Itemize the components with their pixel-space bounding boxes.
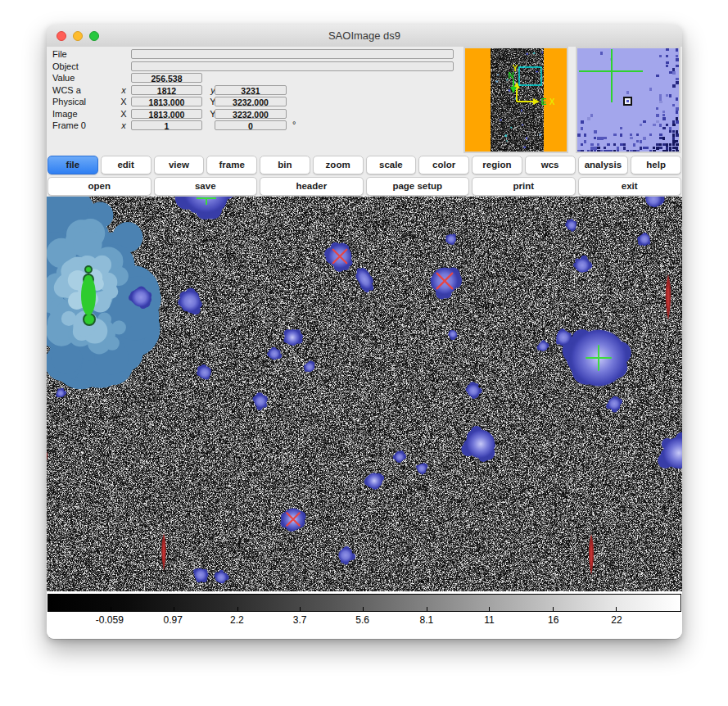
filebar-exit[interactable]: exit xyxy=(578,177,682,196)
image-y-field[interactable]: 3232.000 xyxy=(215,109,287,119)
colorbar-tick xyxy=(427,607,427,611)
menu-bin[interactable]: bin xyxy=(260,156,310,174)
wcs-x-field[interactable]: 1812 xyxy=(131,85,202,95)
colorbar-tick-label: 2.2 xyxy=(230,614,244,626)
colorbar-tick-label: 16 xyxy=(548,614,558,626)
physical-x-label: X xyxy=(119,97,129,107)
window-title: SAOImage ds9 xyxy=(47,25,682,47)
magnifier-canvas xyxy=(577,48,679,152)
object-field[interactable] xyxy=(131,61,454,71)
filebar-page-setup[interactable]: page setup xyxy=(366,177,470,196)
colorbar-tick xyxy=(174,607,174,611)
main-image-area[interactable] xyxy=(47,197,682,591)
filebar-save[interactable]: save xyxy=(154,177,258,196)
menu-wcs[interactable]: wcs xyxy=(525,156,576,174)
value-label: Value xyxy=(52,73,75,84)
colorbar-tick-label: -0.059 xyxy=(96,614,124,626)
colorbar-gradient[interactable] xyxy=(47,594,681,612)
frame-y-field[interactable]: 0 xyxy=(215,120,287,130)
value-x-field[interactable]: 256.538 xyxy=(131,73,202,83)
info-row-object: Object xyxy=(47,61,463,72)
colorbar-tick-label: 22 xyxy=(611,614,622,626)
file-label: File xyxy=(52,49,67,60)
info-row-physical: PhysicalX1813.000Y3232.000 xyxy=(47,97,463,107)
panner-canvas[interactable] xyxy=(465,48,567,152)
filebar-open[interactable]: open xyxy=(47,177,151,196)
colorbar-tick-label: 8.1 xyxy=(420,614,434,626)
info-panel: FileObjectValue256.538WCS ax1812y3231Phy… xyxy=(47,47,682,153)
physical-label: Physical xyxy=(52,97,86,107)
wcs-x-label: x xyxy=(119,85,129,96)
frame-x-field[interactable]: 1 xyxy=(131,120,202,130)
image-label: Image xyxy=(52,109,78,120)
object-label: Object xyxy=(52,61,79,72)
colorbar-tick-label: 5.6 xyxy=(355,614,369,626)
menu-zoom[interactable]: zoom xyxy=(313,156,364,174)
colorbar-tick-label: 3.7 xyxy=(293,614,307,626)
info-row-wcs: WCS ax1812y3231 xyxy=(47,85,463,96)
menu-help[interactable]: help xyxy=(631,156,681,174)
menu-color[interactable]: color xyxy=(418,156,469,174)
frame-x-label: x xyxy=(119,120,129,131)
frame-label: Frame 0 xyxy=(52,120,86,131)
colorbar-tick xyxy=(553,607,554,611)
physical-x-field[interactable]: 1813.000 xyxy=(131,97,202,106)
info-row-value: Value256.538 xyxy=(47,73,463,84)
filebar-header[interactable]: header xyxy=(260,177,364,196)
ds9-window: SAOImage ds9 FileObjectValue256.538WCS a… xyxy=(47,25,682,639)
colorbar-tick-label: 0.97 xyxy=(164,614,183,626)
image-x-field[interactable]: 1813.000 xyxy=(131,109,202,119)
colorbar-section: -0.0590.972.23.75.68.1111622 xyxy=(47,591,682,639)
colorbar-tick xyxy=(300,607,301,611)
colorbar-labels: -0.0590.972.23.75.68.1111622 xyxy=(47,614,681,627)
info-row-file: File xyxy=(47,49,463,60)
info-row-image: ImageX1813.000Y3232.000 xyxy=(47,109,463,120)
menu-region[interactable]: region xyxy=(472,156,522,174)
colorbar-tick xyxy=(363,607,364,611)
menu-view[interactable]: view xyxy=(154,156,205,174)
colorbar-tick xyxy=(237,607,238,611)
menu-frame[interactable]: frame xyxy=(206,156,257,174)
file-field[interactable] xyxy=(131,49,454,59)
image-x-label: X xyxy=(119,109,129,120)
file-button-bar: opensaveheaderpage setupprintexit xyxy=(47,177,681,195)
colorbar-tick-label: 11 xyxy=(484,614,494,626)
wcs-y-field[interactable]: 3231 xyxy=(215,85,287,95)
degrees-symbol: ° xyxy=(292,120,296,130)
colorbar-tick xyxy=(616,607,617,611)
colorbar-tick xyxy=(111,607,111,611)
menu-scale[interactable]: scale xyxy=(366,156,417,174)
main-image-canvas[interactable] xyxy=(47,197,682,591)
menu-edit[interactable]: edit xyxy=(101,156,151,174)
title-bar[interactable]: SAOImage ds9 xyxy=(47,25,682,48)
menu-analysis[interactable]: analysis xyxy=(578,156,629,174)
menu-bar: fileeditviewframebinzoomscalecolorregion… xyxy=(47,156,681,174)
menu-file[interactable]: file xyxy=(47,156,98,174)
info-row-frame: Frame 0x10° xyxy=(47,120,463,131)
wcs-label: WCS a xyxy=(52,85,81,96)
colorbar-tick xyxy=(489,607,490,611)
physical-y-field[interactable]: 3232.000 xyxy=(215,97,287,106)
panner[interactable] xyxy=(463,47,568,153)
magnifier xyxy=(576,47,681,153)
filebar-print[interactable]: print xyxy=(472,177,576,196)
